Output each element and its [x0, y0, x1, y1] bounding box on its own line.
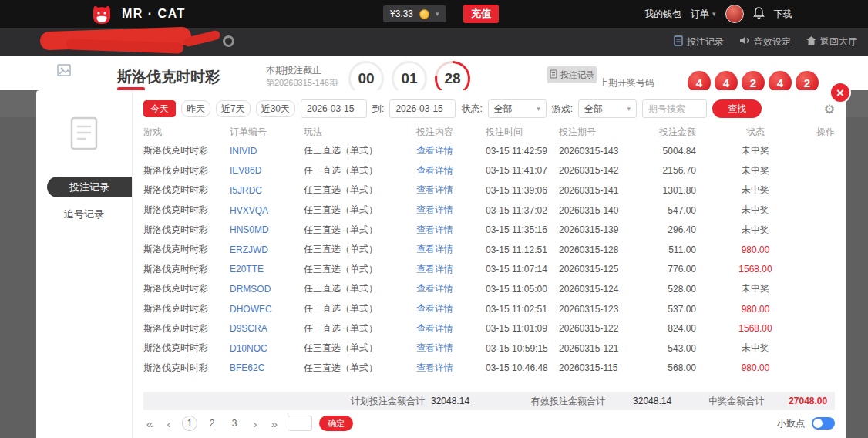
cell-order-number[interactable]: IEV86D: [230, 165, 304, 176]
view-detail-link[interactable]: 查看详情: [416, 303, 453, 314]
cell-bet-time: 03-15 11:41:07: [486, 165, 559, 176]
cell-amount: 2156.70: [659, 165, 696, 176]
nav-return-lobby[interactable]: 返回大厅: [806, 35, 857, 49]
to-label: 到:: [372, 103, 384, 116]
chevron-down-icon: ▾: [712, 11, 716, 18]
nav-bet-records[interactable]: 投注记录: [674, 35, 724, 49]
chevron-down-icon: ▾: [627, 106, 631, 113]
cell-order-number[interactable]: INIVID: [230, 146, 304, 157]
document-icon: [674, 35, 683, 49]
cell-order-number[interactable]: E20TTE: [230, 264, 304, 275]
status-select[interactable]: 全部 ▾: [488, 99, 547, 118]
last-page-button[interactable]: »: [268, 418, 281, 430]
cell-game: 斯洛伐克时时彩: [143, 164, 230, 177]
page-jump-input[interactable]: [288, 416, 312, 431]
download-link[interactable]: 下载: [774, 8, 792, 21]
period-search-input[interactable]: [642, 99, 707, 118]
cell-amount: 537.00: [659, 304, 696, 315]
date-from-input[interactable]: [301, 99, 367, 118]
view-detail-link[interactable]: 查看详情: [416, 184, 453, 195]
view-detail-link[interactable]: 查看详情: [416, 264, 453, 275]
cell-game: 斯洛伐克时时彩: [143, 243, 230, 256]
cell-period: 20260315-122: [559, 323, 659, 334]
cell-status: 1568.00: [707, 264, 804, 275]
cell-amount: 5004.84: [659, 146, 696, 157]
cell-game: 斯洛伐克时时彩: [143, 322, 230, 335]
date-to-input[interactable]: [389, 99, 456, 118]
cell-order-number[interactable]: I5JRDC: [230, 185, 304, 196]
header-bet-records-button[interactable]: 投注记录: [547, 66, 597, 83]
cell-amount: 568.00: [659, 362, 696, 373]
page-button[interactable]: 3: [227, 416, 242, 431]
nav-sound-settings[interactable]: 音效设定: [739, 35, 791, 49]
cell-order-number[interactable]: D10NOC: [230, 343, 304, 354]
cell-play-type: 任三直选（单式）: [304, 243, 416, 256]
view-detail-link[interactable]: 查看详情: [416, 145, 453, 156]
win-total-label: 中奖金额合计: [708, 395, 764, 408]
view-detail-link[interactable]: 查看详情: [416, 362, 453, 373]
confirm-button[interactable]: 确定: [319, 416, 353, 431]
page-button[interactable]: 2: [204, 416, 220, 431]
prev-page-button[interactable]: ‹: [163, 418, 175, 430]
close-icon[interactable]: ×: [829, 82, 851, 103]
bell-icon[interactable]: [753, 7, 765, 22]
recharge-button[interactable]: 充值: [463, 5, 499, 23]
home-icon: [806, 35, 816, 48]
cell-order-number[interactable]: ERZJWD: [230, 244, 304, 255]
table-row: 斯洛伐克时时彩 ERZJWD 任三直选（单式） 查看详情 03-15 11:12…: [143, 240, 835, 260]
decimal-toggle[interactable]: [812, 417, 835, 430]
view-detail-link[interactable]: 查看详情: [416, 165, 453, 176]
cell-amount: 511.00: [659, 244, 696, 255]
avatar[interactable]: [725, 5, 744, 23]
pagination-bar: « ‹ 1 2 3 › » 确定 小数点: [143, 413, 835, 433]
cell-order-number[interactable]: HVXVQA: [230, 205, 304, 216]
view-detail-link[interactable]: 查看详情: [416, 224, 453, 235]
view-detail-link[interactable]: 查看详情: [416, 342, 453, 353]
cell-period: 20260315-121: [559, 343, 659, 354]
cell-order-number[interactable]: BFE62C: [230, 362, 304, 373]
cell-order-number[interactable]: HNS0MD: [230, 224, 304, 235]
cell-order-number[interactable]: DHOWEC: [230, 304, 304, 315]
cell-status: 980.00: [707, 362, 804, 373]
quick-filter-button[interactable]: 近30天: [256, 100, 295, 117]
chevron-down-icon: ▾: [436, 11, 439, 18]
quick-filter-button[interactable]: 今天: [143, 100, 176, 117]
page-button[interactable]: 1: [182, 416, 197, 431]
cell-status: 980.00: [707, 244, 804, 255]
view-detail-link[interactable]: 查看详情: [416, 323, 453, 334]
next-page-button[interactable]: ›: [249, 418, 261, 430]
toggle-knob: [813, 419, 823, 428]
cell-game: 斯洛伐克时时彩: [143, 204, 230, 217]
sidebar-item-chase-records[interactable]: 追号记录: [64, 207, 104, 221]
my-wallet-link[interactable]: 我的钱包: [644, 8, 681, 21]
view-detail-link[interactable]: 查看详情: [416, 204, 453, 215]
table-row: 斯洛伐克时时彩 HNS0MD 任三直选（单式） 查看详情 03-15 11:35…: [143, 220, 835, 240]
cell-bet-time: 03-15 11:12:51: [486, 244, 559, 255]
quick-filter-button[interactable]: 昨天: [181, 100, 210, 117]
first-page-button[interactable]: «: [143, 418, 156, 430]
search-button[interactable]: 查找: [712, 99, 762, 118]
cell-status: 未中奖: [707, 164, 804, 177]
sidebar-item-bet-records[interactable]: 投注记录: [47, 177, 132, 197]
orders-dropdown[interactable]: 订单 ▾: [691, 8, 716, 21]
balance-dropdown[interactable]: ¥3.33 ▾: [383, 5, 446, 22]
game-select-value: 全部: [584, 103, 603, 116]
cell-order-number[interactable]: DRMSOD: [230, 284, 304, 295]
brand-cat-logo-icon: [89, 3, 114, 28]
document-icon: [69, 116, 99, 153]
cell-play-type: 任三直选（单式）: [304, 164, 416, 177]
cell-bet-time: 03-15 11:37:02: [486, 205, 559, 216]
valid-total-label: 有效投注金额合计: [531, 395, 605, 408]
gear-icon[interactable]: ⚙: [824, 102, 835, 116]
table-row: 斯洛伐克时时彩 D9SCRA 任三直选（单式） 查看详情 03-15 11:01…: [143, 318, 835, 339]
quick-filter-button[interactable]: 近7天: [216, 100, 251, 117]
game-title: 斯洛伐克时时彩: [117, 67, 220, 87]
cell-amount: 528.00: [659, 284, 696, 295]
cell-order-number[interactable]: D9SCRA: [230, 323, 304, 334]
table-row: 斯洛伐克时时彩 BFE62C 任三直选（单式） 查看详情 03-15 10:46…: [143, 359, 835, 379]
game-select[interactable]: 全部 ▾: [578, 99, 637, 118]
view-detail-link[interactable]: 查看详情: [416, 244, 453, 254]
view-detail-link[interactable]: 查看详情: [416, 283, 453, 294]
table-header-cell: 投注金额: [659, 126, 696, 139]
cell-play-type: 任三直选（单式）: [304, 342, 416, 355]
